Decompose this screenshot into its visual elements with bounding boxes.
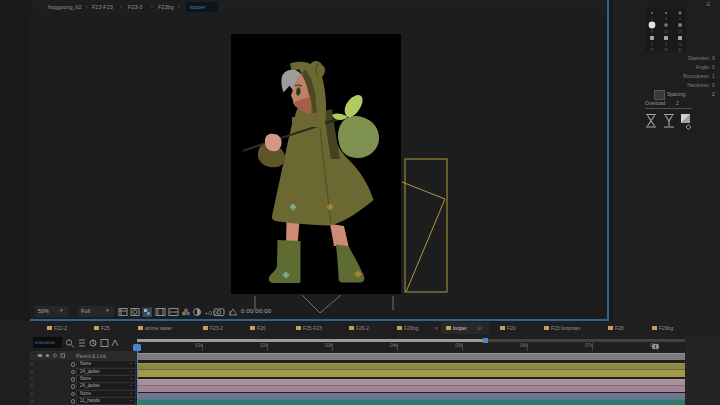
svg-text:9: 9: [665, 43, 667, 47]
svg-text:13: 13: [678, 43, 682, 47]
svg-text:3: 3: [665, 17, 667, 21]
svg-text:17: 17: [650, 48, 654, 52]
svg-text:30: 30: [664, 48, 668, 52]
svg-text:5: 5: [651, 43, 653, 47]
svg-text:1: 1: [651, 17, 653, 21]
svg-text:5: 5: [679, 17, 681, 21]
svg-text:13: 13: [664, 30, 668, 34]
svg-text:9: 9: [651, 30, 653, 34]
svg-text:40: 40: [678, 48, 682, 52]
svg-text:19: 19: [678, 30, 682, 34]
